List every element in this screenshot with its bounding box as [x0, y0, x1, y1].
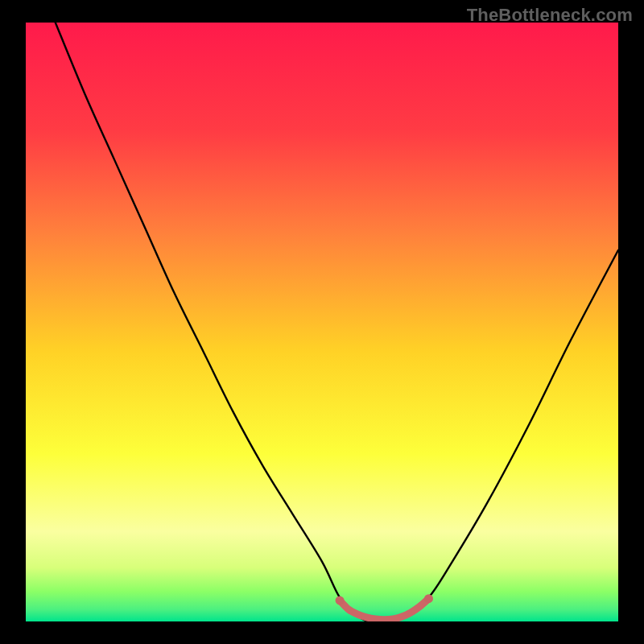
- bottleneck-curve: [56, 23, 618, 621]
- chart-frame: TheBottleneck.com: [0, 0, 644, 644]
- optimal-band: [340, 599, 428, 620]
- plot-area: [26, 23, 618, 621]
- optimal-band-dot-start: [336, 596, 345, 605]
- chart-curves: [26, 23, 618, 621]
- watermark-label: TheBottleneck.com: [467, 5, 633, 26]
- optimal-band-dot-end: [424, 594, 433, 603]
